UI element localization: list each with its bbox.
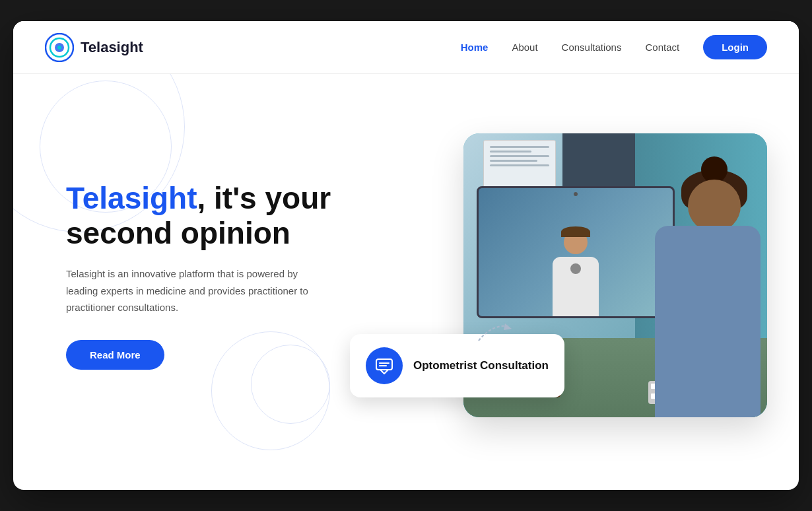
xray-line (490, 164, 549, 166)
svg-marker-4 (504, 324, 512, 330)
hero-right: Optometrist Consultation (370, 114, 767, 437)
xray-lines (487, 143, 551, 189)
logo-area[interactable]: Telasight (45, 33, 143, 62)
camera-dot (574, 192, 578, 196)
nav-home[interactable]: Home (461, 42, 489, 53)
xray-line (490, 155, 549, 157)
read-more-button[interactable]: Read More (66, 340, 164, 370)
consultation-icon (375, 357, 393, 375)
person-body (655, 226, 761, 417)
nav-links: Home About Consultations Contact Login (461, 35, 767, 59)
xray-line (490, 146, 549, 148)
login-button[interactable]: Login (703, 35, 767, 59)
doctor-body (553, 257, 599, 316)
consultation-label: Optometrist Consultation (413, 359, 549, 372)
monitor-screen (479, 188, 673, 316)
nav-contact[interactable]: Contact (645, 42, 679, 53)
hero-headline: Telasight, it's your second opinion (66, 181, 343, 251)
hair-bun (701, 156, 727, 183)
consultation-icon-circle (366, 347, 403, 384)
hero-section: Telasight, it's your second opinion Tela… (13, 74, 799, 490)
hero-left: Telasight, it's your second opinion Tela… (66, 181, 343, 369)
brand-name: Telasight (81, 39, 143, 56)
navbar: Telasight Home About Consultations Conta… (13, 21, 799, 74)
xray-line (490, 160, 537, 162)
consultation-card: Optometrist Consultation (350, 334, 564, 397)
doctor-head (564, 230, 588, 254)
person-silhouette (648, 180, 767, 417)
svg-rect-5 (376, 359, 392, 370)
person-head (688, 180, 741, 232)
xray-line (490, 151, 531, 153)
nav-about[interactable]: About (512, 42, 537, 53)
svg-point-3 (57, 46, 61, 50)
card-arrow-icon (472, 321, 512, 347)
hero-brand: Telasight (66, 181, 197, 215)
browser-window: Telasight Home About Consultations Conta… (13, 21, 799, 490)
logo-icon (45, 33, 74, 62)
nav-consultations[interactable]: Consultations (562, 42, 622, 53)
xray-poster (483, 140, 556, 193)
doctor-on-screen (553, 230, 599, 316)
monitor-frame (477, 186, 675, 318)
hero-description: Telasight is an innovative platform that… (66, 265, 317, 316)
